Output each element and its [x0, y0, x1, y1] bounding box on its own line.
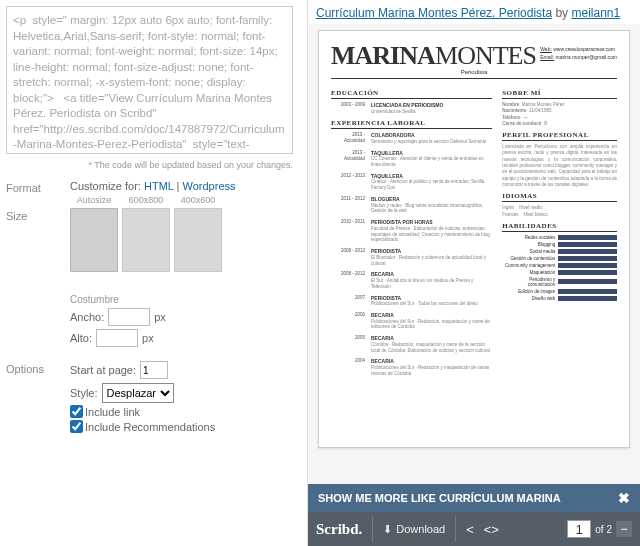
- document-preview[interactable]: Web: www.creadosparacrear.com Email: mar…: [318, 30, 630, 448]
- format-wordpress-link[interactable]: Wordpress: [183, 180, 236, 192]
- size-400x600[interactable]: 400x600: [174, 208, 222, 272]
- start-page-label: Start at page:: [70, 364, 136, 376]
- height-label: Alto:: [70, 332, 92, 344]
- width-input[interactable]: [108, 308, 150, 326]
- close-icon[interactable]: ✖: [618, 490, 630, 506]
- size-label: Size: [6, 208, 70, 222]
- scribd-logo[interactable]: Scribd.: [316, 521, 362, 538]
- show-more-banner[interactable]: SHOW ME MORE LIKE CURRÍCULUM MARINA ✖: [308, 484, 640, 512]
- style-select[interactable]: Desplazar: [102, 383, 174, 403]
- update-note: * The code will be updated based on your…: [6, 160, 293, 170]
- zoom-out-button[interactable]: −: [616, 521, 632, 537]
- customize-prefix: Customize for:: [70, 180, 141, 192]
- include-recommendations-checkbox[interactable]: Include Recommendations: [70, 420, 293, 433]
- height-input[interactable]: [96, 329, 138, 347]
- share-icon[interactable]: <​: [466, 522, 474, 537]
- include-link-checkbox[interactable]: Include link: [70, 405, 293, 418]
- page-total: of 2: [595, 524, 612, 535]
- style-label: Style:: [70, 387, 98, 399]
- start-page-input[interactable]: [140, 361, 168, 379]
- download-icon: ⬇: [383, 523, 392, 536]
- size-600x800[interactable]: 600x800: [122, 208, 170, 272]
- format-html-link[interactable]: HTML: [144, 180, 174, 192]
- download-button[interactable]: ⬇ Download: [372, 516, 456, 542]
- format-label: Format: [6, 180, 70, 194]
- embed-icon[interactable]: <>: [484, 522, 499, 537]
- options-label: Options: [6, 361, 70, 375]
- width-label: Ancho:: [70, 311, 104, 323]
- document-title-link[interactable]: Currículum Marina Montes Pérez. Periodis…: [316, 6, 552, 20]
- page-input[interactable]: [567, 520, 591, 538]
- author-link[interactable]: meilann1: [571, 6, 620, 20]
- size-autosize[interactable]: Autosize: [70, 208, 118, 272]
- viewer-toolbar: Scribd. ⬇ Download <​ <> of 2 −: [308, 512, 640, 546]
- custom-label: Costumbre: [70, 294, 293, 305]
- embed-code-textarea[interactable]: <p style=" margin: 12px auto 6px auto; f…: [6, 6, 293, 154]
